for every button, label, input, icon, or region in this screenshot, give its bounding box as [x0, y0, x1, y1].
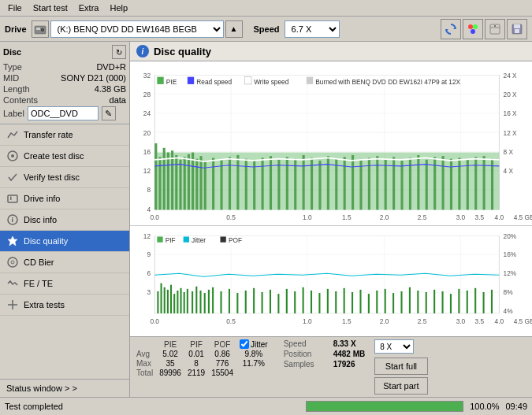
svg-text:3.5: 3.5	[475, 317, 485, 325]
svg-rect-161	[277, 294, 279, 313]
svg-text:20: 20	[143, 128, 151, 137]
chart2-svg: PIF Jitter POF 12 9 6 3 20% 16% 12%	[130, 226, 532, 336]
nav-disc-quality[interactable]: Disc quality	[0, 231, 129, 252]
label-action-btn[interactable]: ✎	[102, 106, 116, 120]
svg-rect-150	[199, 291, 201, 313]
eject-btn[interactable]: ▲	[225, 20, 243, 38]
svg-rect-141	[167, 290, 169, 313]
left-panel: Disc ↻ Type DVD+R MID SONY D21 (000) Len…	[0, 42, 130, 397]
menu-help[interactable]: Help	[105, 2, 132, 14]
jitter-checkbox[interactable]	[240, 339, 249, 349]
chart1-svg: PIE Read speed Write speed Burned with B…	[130, 61, 532, 225]
svg-rect-164	[303, 287, 304, 313]
svg-text:4.5 GB: 4.5 GB	[514, 317, 532, 325]
svg-rect-140	[164, 287, 166, 313]
svg-rect-183	[458, 289, 459, 313]
label-label: Label	[3, 109, 24, 118]
progress-bar-fill	[307, 402, 463, 411]
status-text: Test completed	[5, 402, 299, 411]
speed-dropdown[interactable]: 6.7 X	[285, 20, 340, 38]
nav-disc-info[interactable]: Disc info	[0, 209, 129, 231]
start-full-btn[interactable]: Start full	[374, 358, 427, 375]
svg-rect-68	[294, 159, 296, 210]
nav-extra-tests[interactable]: Extra tests	[0, 295, 129, 316]
refresh-btn[interactable]	[441, 19, 461, 39]
nav-fe-te[interactable]: FE / TE	[0, 273, 129, 295]
color-btn[interactable]	[463, 19, 483, 39]
extra-tests-icon	[6, 298, 19, 311]
total-pif: 2119	[186, 369, 210, 378]
svg-rect-184	[467, 291, 468, 313]
svg-rect-147	[187, 289, 188, 313]
svg-rect-67	[286, 157, 288, 209]
svg-text:4 X: 4 X	[504, 167, 514, 176]
max-pie: 35	[158, 359, 186, 369]
samples-stat-row: Samples 17926	[284, 360, 366, 369]
svg-rect-160	[270, 290, 271, 313]
nav-create-test-disc[interactable]: Create test disc	[0, 146, 129, 167]
disc-refresh-btn[interactable]: ↻	[112, 45, 126, 59]
max-pif: 8	[186, 359, 210, 369]
svg-rect-165	[311, 291, 312, 313]
nav-verify-test-disc[interactable]: Verify test disc	[0, 167, 129, 188]
start-part-btn[interactable]: Start part	[374, 377, 427, 395]
svg-rect-179	[426, 292, 427, 313]
svg-text:12: 12	[143, 167, 151, 176]
menu-file[interactable]: File	[3, 2, 27, 14]
svg-rect-63	[253, 161, 255, 209]
toolbar-buttons	[441, 19, 527, 39]
nav-drive-info[interactable]: Drive info	[0, 188, 129, 209]
svg-rect-78	[376, 156, 378, 209]
svg-text:3: 3	[147, 288, 151, 296]
svg-rect-74	[344, 157, 346, 209]
drive-dropdown[interactable]: (K:) BENQ DVD DD EW164B BEGB	[50, 20, 224, 38]
nav-disc-quality-label: Disc quality	[24, 236, 68, 246]
svg-rect-47	[163, 148, 166, 210]
svg-rect-151	[204, 293, 206, 313]
progress-label: 100.0%	[470, 402, 499, 411]
svg-point-7	[473, 24, 478, 29]
svg-text:1.0: 1.0	[303, 213, 312, 222]
svg-text:2.5: 2.5	[418, 213, 427, 222]
svg-text:2.0: 2.0	[380, 317, 389, 325]
svg-text:POF: POF	[229, 236, 242, 244]
nav-cd-bier[interactable]: CD Bier	[0, 252, 129, 273]
total-label: Total	[135, 369, 158, 378]
svg-rect-17	[8, 195, 17, 202]
status-window-link[interactable]: Status window > >	[0, 379, 129, 397]
svg-rect-172	[368, 294, 370, 313]
svg-rect-188	[157, 236, 162, 242]
menu-start-test[interactable]: Start test	[28, 2, 73, 14]
svg-text:20%: 20%	[504, 232, 517, 240]
nav-verify-test-disc-label: Verify test disc	[24, 172, 80, 182]
cd-bier-icon	[6, 256, 19, 269]
speed-selector[interactable]: 8 X	[374, 339, 414, 354]
svg-text:20 X: 20 X	[504, 91, 517, 99]
svg-text:4%: 4%	[504, 307, 514, 315]
svg-text:0.5: 0.5	[226, 317, 236, 325]
svg-rect-49	[171, 150, 173, 209]
svg-rect-142	[170, 285, 172, 313]
nav-items: Transfer rate Create test disc Verify te…	[0, 124, 129, 379]
svg-rect-167	[327, 289, 329, 313]
save-btn[interactable]	[507, 19, 527, 39]
svg-rect-158	[253, 288, 255, 313]
svg-rect-162	[286, 289, 288, 313]
svg-rect-61	[236, 155, 239, 209]
svg-rect-157	[245, 291, 247, 313]
label-input[interactable]	[28, 106, 99, 120]
svg-rect-192	[220, 236, 225, 242]
settings-btn[interactable]	[485, 19, 505, 39]
total-pie: 89996	[158, 369, 186, 378]
menu-extra[interactable]: Extra	[74, 2, 104, 14]
svg-rect-178	[417, 291, 419, 313]
nav-transfer-rate[interactable]: Transfer rate	[0, 124, 129, 146]
svg-rect-163	[294, 291, 296, 313]
svg-text:3.0: 3.0	[456, 213, 466, 222]
svg-rect-14	[515, 29, 519, 33]
svg-rect-22	[12, 217, 13, 219]
menubar: File Start test Extra Help	[0, 0, 532, 17]
svg-point-24	[8, 258, 17, 267]
svg-text:Jitter: Jitter	[192, 236, 206, 244]
svg-text:PIF: PIF	[166, 236, 176, 244]
